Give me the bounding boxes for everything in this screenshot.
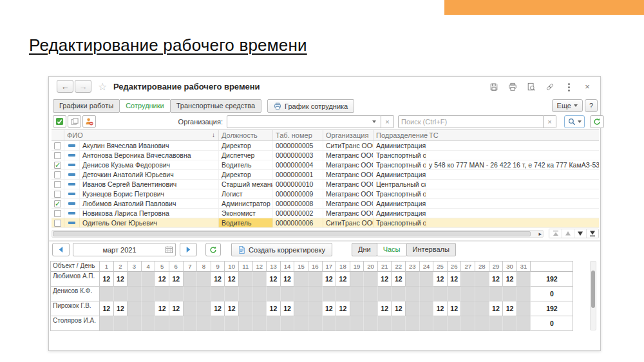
schedule-day-cell[interactable] bbox=[406, 301, 420, 316]
schedule-day-cell[interactable] bbox=[448, 316, 462, 331]
row-checkbox[interactable] bbox=[54, 152, 61, 159]
schedule-day-cell[interactable] bbox=[225, 287, 239, 301]
schedule-day-cell[interactable]: 12 bbox=[433, 301, 448, 316]
schedule-day-cell[interactable]: 12 bbox=[155, 272, 169, 287]
schedule-day-cell[interactable]: 12 bbox=[211, 301, 225, 316]
schedule-day-cell[interactable] bbox=[350, 316, 365, 331]
schedule-day-cell[interactable] bbox=[350, 301, 365, 316]
schedule-day-cell[interactable] bbox=[364, 316, 378, 331]
schedule-day-cell[interactable] bbox=[197, 272, 211, 287]
schedule-day-cell[interactable] bbox=[406, 272, 420, 287]
schedule-day-cell[interactable] bbox=[294, 287, 308, 301]
schedule-day-cell[interactable] bbox=[420, 287, 434, 301]
schedule-day-cell[interactable] bbox=[184, 316, 198, 331]
schedule-day-cell[interactable] bbox=[420, 316, 434, 331]
scroll-right-icon[interactable]: ▸ bbox=[538, 231, 542, 237]
close-icon[interactable]: × bbox=[582, 82, 592, 92]
schedule-day-cell[interactable] bbox=[281, 287, 295, 301]
schedule-day-cell[interactable]: 12 bbox=[323, 272, 337, 287]
employee-checkbox-cell[interactable] bbox=[52, 180, 64, 189]
schedule-day-cell[interactable]: 12 bbox=[114, 272, 128, 287]
row-checkbox[interactable] bbox=[54, 220, 61, 227]
employee-checkbox-cell[interactable] bbox=[52, 189, 64, 198]
employee-checkbox-cell[interactable]: ✓ bbox=[52, 199, 64, 208]
organization-input[interactable] bbox=[227, 115, 381, 128]
schedule-day-cell[interactable] bbox=[433, 316, 448, 331]
schedule-day-cell[interactable] bbox=[142, 316, 156, 331]
schedule-day-cell[interactable] bbox=[253, 301, 267, 316]
schedule-day-cell[interactable] bbox=[336, 316, 350, 331]
tab-work-schedules[interactable]: Графики работы bbox=[53, 99, 120, 113]
schedule-day-cell[interactable] bbox=[100, 316, 114, 331]
employee-checkbox-cell[interactable]: ✓ bbox=[52, 160, 64, 169]
h-scrollbar[interactable]: ▸ bbox=[52, 230, 544, 238]
schedule-day-cell[interactable] bbox=[350, 287, 365, 301]
schedule-day-cell[interactable]: 12 bbox=[378, 301, 392, 316]
schedule-day-cell[interactable] bbox=[294, 272, 308, 287]
schedule-day-cell[interactable] bbox=[267, 287, 281, 301]
employee-row[interactable]: Новикова Лариса ПетровнаЭкономист0000000… bbox=[52, 209, 599, 218]
schedule-day-cell[interactable] bbox=[267, 316, 281, 331]
schedule-day-cell[interactable] bbox=[461, 287, 475, 301]
schedule-day-cell[interactable] bbox=[350, 272, 365, 287]
prev-month-button[interactable] bbox=[52, 243, 70, 256]
schedule-day-cell[interactable] bbox=[517, 272, 531, 287]
mode-intervals[interactable]: Интервалы bbox=[406, 243, 456, 256]
employee-checkbox-cell[interactable] bbox=[52, 170, 64, 179]
employee-checkbox-cell[interactable] bbox=[52, 209, 64, 218]
tab-vehicles[interactable]: Транспортные средства bbox=[170, 99, 261, 113]
forward-button[interactable]: → bbox=[75, 80, 91, 93]
schedule-day-cell[interactable] bbox=[461, 301, 475, 316]
schedule-day-cell[interactable]: 12 bbox=[392, 272, 406, 287]
schedule-day-cell[interactable] bbox=[239, 287, 253, 301]
schedule-day-cell[interactable] bbox=[184, 272, 198, 287]
schedule-day-cell[interactable] bbox=[294, 316, 308, 331]
schedule-day-cell[interactable]: 12 bbox=[448, 301, 462, 316]
schedule-day-cell[interactable] bbox=[489, 287, 504, 301]
refresh-button[interactable] bbox=[590, 115, 604, 128]
clear-flags-button[interactable] bbox=[68, 115, 81, 128]
employee-schedule-print-button[interactable]: График сотрудника bbox=[267, 99, 354, 113]
schedule-day-cell[interactable] bbox=[128, 301, 142, 316]
schedule-day-cell[interactable] bbox=[253, 272, 267, 287]
employee-row[interactable]: Иванов Сергей ВалентиновичСтарший механи… bbox=[52, 180, 599, 189]
schedule-day-cell[interactable] bbox=[461, 316, 475, 331]
schedule-day-cell[interactable] bbox=[392, 287, 406, 301]
schedule-day-cell[interactable] bbox=[378, 287, 392, 301]
schedule-day-cell[interactable] bbox=[323, 316, 337, 331]
row-checkbox[interactable]: ✓ bbox=[54, 162, 61, 169]
employee-checkbox-cell[interactable] bbox=[52, 218, 64, 227]
schedule-day-cell[interactable] bbox=[420, 301, 434, 316]
schedule-day-cell[interactable]: 12 bbox=[211, 272, 225, 287]
schedule-day-cell[interactable] bbox=[308, 316, 323, 331]
schedule-day-cell[interactable]: 12 bbox=[100, 272, 114, 287]
schedule-day-cell[interactable] bbox=[281, 316, 295, 331]
schedule-day-cell[interactable] bbox=[169, 316, 184, 331]
schedule-day-cell[interactable] bbox=[197, 316, 211, 331]
schedule-day-cell[interactable] bbox=[142, 272, 156, 287]
organization-clear-button[interactable]: × bbox=[381, 115, 394, 128]
schedule-day-cell[interactable] bbox=[155, 316, 169, 331]
mode-days[interactable]: Дни bbox=[352, 243, 377, 256]
employee-row[interactable]: Одитель Олег ЮрьевичВодитель0000000006Си… bbox=[52, 218, 599, 228]
schedule-day-cell[interactable] bbox=[448, 287, 462, 301]
go-first-button[interactable] bbox=[549, 229, 562, 238]
schedule-day-cell[interactable]: 12 bbox=[225, 301, 239, 316]
header-fio[interactable]: ФИО ↓ bbox=[64, 130, 219, 140]
schedule-day-cell[interactable]: 12 bbox=[323, 301, 337, 316]
schedule-day-cell[interactable] bbox=[378, 316, 392, 331]
schedule-day-cell[interactable] bbox=[114, 287, 128, 301]
header-tc[interactable]: ТС bbox=[426, 130, 599, 140]
h-scrollbar-thumb[interactable] bbox=[53, 231, 531, 236]
schedule-day-cell[interactable] bbox=[142, 301, 156, 316]
schedule-day-cell[interactable] bbox=[128, 272, 142, 287]
schedule-day-cell[interactable] bbox=[100, 287, 114, 301]
row-checkbox[interactable]: ✓ bbox=[54, 200, 61, 207]
schedule-day-cell[interactable] bbox=[364, 287, 378, 301]
schedule-day-cell[interactable] bbox=[184, 301, 198, 316]
row-checkbox[interactable] bbox=[54, 142, 61, 149]
next-month-button[interactable] bbox=[180, 243, 197, 256]
schedule-day-cell[interactable] bbox=[142, 287, 156, 301]
search-clear-button[interactable]: × bbox=[544, 115, 556, 128]
schedule-day-cell[interactable] bbox=[475, 301, 489, 316]
